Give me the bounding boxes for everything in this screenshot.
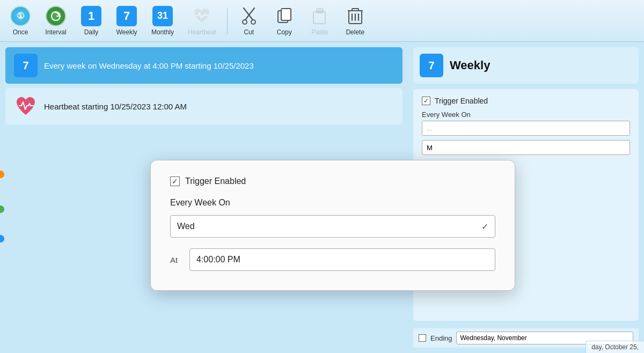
svg-point-3	[243, 20, 247, 24]
time-input[interactable]: 4:00:00 PM	[189, 248, 495, 271]
delete-label: Delete	[346, 28, 364, 36]
right-trigger-enabled-label: Trigger Enabled	[435, 97, 488, 105]
toolbar-item-weekly[interactable]: 7 Weekly	[111, 4, 143, 38]
svg-rect-7	[313, 12, 325, 24]
cut-icon	[239, 6, 259, 26]
trigger-heartbeat-text: Heartbeat starting 10/25/2023 12:00 AM	[44, 102, 187, 111]
monthly-icon: 31	[152, 6, 173, 26]
trigger-item-weekly[interactable]: 7 Every week on Wednesday at 4:00 PM sta…	[5, 47, 402, 84]
toolbar-item-once[interactable]: ① Once	[4, 4, 36, 38]
right-weekly-icon: 7	[420, 54, 443, 77]
right-day-select[interactable]: ...	[422, 121, 630, 136]
right-time-input[interactable]: M	[422, 140, 630, 155]
toolbar-item-interval[interactable]: Interval	[40, 4, 72, 38]
once-icon: ①	[10, 6, 31, 26]
toolbar-item-monthly[interactable]: 31 Monthly	[146, 4, 179, 38]
svg-rect-6	[281, 9, 291, 20]
day-select-wrapper: Wed ✓	[170, 215, 495, 238]
svg-line-1	[244, 8, 253, 20]
trigger-enabled-row: ✓ Trigger Enabled	[170, 176, 495, 186]
svg-line-2	[245, 8, 254, 20]
toolbar-item-daily[interactable]: 1 Daily	[75, 4, 107, 38]
popup-dialog: ✓ Trigger Enabled Every Week On Wed ✓ At…	[150, 160, 515, 291]
paste-label: Paste	[311, 28, 328, 36]
copy-icon	[274, 6, 295, 26]
heartbeat-icon	[192, 6, 212, 26]
trigger-weekly-text: Every week on Wednesday at 4:00 PM start…	[44, 61, 254, 70]
right-time-value: M	[427, 144, 433, 152]
day-select-value: Wed	[177, 222, 195, 231]
delete-icon	[345, 6, 365, 26]
interval-label: Interval	[45, 28, 66, 36]
toolbar-item-cut[interactable]: Cut	[233, 4, 265, 38]
ending-checkbox[interactable]	[419, 334, 426, 342]
once-label: Once	[13, 28, 28, 36]
trigger-enabled-checkbox-wrapper[interactable]: ✓ Trigger Enabled	[170, 176, 246, 186]
trigger-enabled-checkbox[interactable]: ✓	[170, 176, 180, 186]
calendar-date-text: day, October 25,	[591, 343, 639, 351]
right-header: 7 Weekly	[413, 47, 639, 84]
weekly-icon: 7	[116, 6, 137, 26]
right-trigger-checkbox[interactable]: ✓	[422, 97, 430, 105]
ending-label: Ending	[430, 334, 452, 342]
svg-rect-15	[352, 9, 358, 11]
dot-blue	[0, 235, 4, 242]
toolbar-item-paste: Paste	[304, 4, 336, 38]
right-trigger-enabled-row: ✓ Trigger Enabled	[422, 97, 630, 105]
every-week-on-label: Every Week On	[170, 198, 495, 208]
svg-point-4	[251, 20, 255, 24]
main-area: 7 Every week on Wednesday at 4:00 PM sta…	[0, 42, 644, 353]
dot-green	[0, 205, 4, 213]
at-label: At	[170, 255, 182, 264]
copy-label: Copy	[277, 28, 292, 36]
trigger-item-heartbeat[interactable]: Heartbeat starting 10/25/2023 12:00 AM	[5, 88, 402, 124]
daily-label: Daily	[84, 28, 99, 36]
time-value: 4:00:00 PM	[196, 255, 240, 264]
monthly-label: Monthly	[151, 28, 174, 36]
day-select-arrow: ✓	[481, 222, 488, 232]
interval-icon	[46, 6, 66, 26]
trigger-enabled-label: Trigger Enabled	[185, 176, 246, 186]
toolbar-item-heartbeat: Heartbeat	[182, 4, 222, 38]
ending-date-value: Wednesday, November	[460, 334, 526, 342]
heartbeat-label: Heartbeat	[188, 28, 216, 36]
at-row: At 4:00:00 PM	[170, 248, 495, 271]
toolbar-item-copy[interactable]: Copy	[268, 4, 301, 38]
day-select[interactable]: Wed ✓	[170, 215, 495, 238]
trigger-weekly-icon: 7	[14, 54, 38, 77]
cut-label: Cut	[244, 28, 254, 36]
right-every-week-label: Every Week On	[422, 111, 630, 119]
toolbar-item-delete[interactable]: Delete	[339, 4, 371, 38]
dot-orange	[0, 171, 4, 178]
paste-icon	[310, 6, 330, 26]
toolbar: ① Once Interval 1 Daily 7 Weekly 31 Mont…	[0, 0, 644, 42]
checkbox-check-mark: ✓	[172, 178, 178, 185]
right-title: Weekly	[450, 58, 490, 72]
left-panel: 7 Every week on Wednesday at 4:00 PM sta…	[0, 42, 408, 353]
trigger-heartbeat-icon	[14, 94, 38, 118]
weekly-label: Weekly	[116, 28, 137, 36]
separator-1	[227, 8, 228, 34]
calendar-stripe: day, October 25,	[586, 341, 644, 353]
daily-icon: 1	[81, 6, 101, 26]
